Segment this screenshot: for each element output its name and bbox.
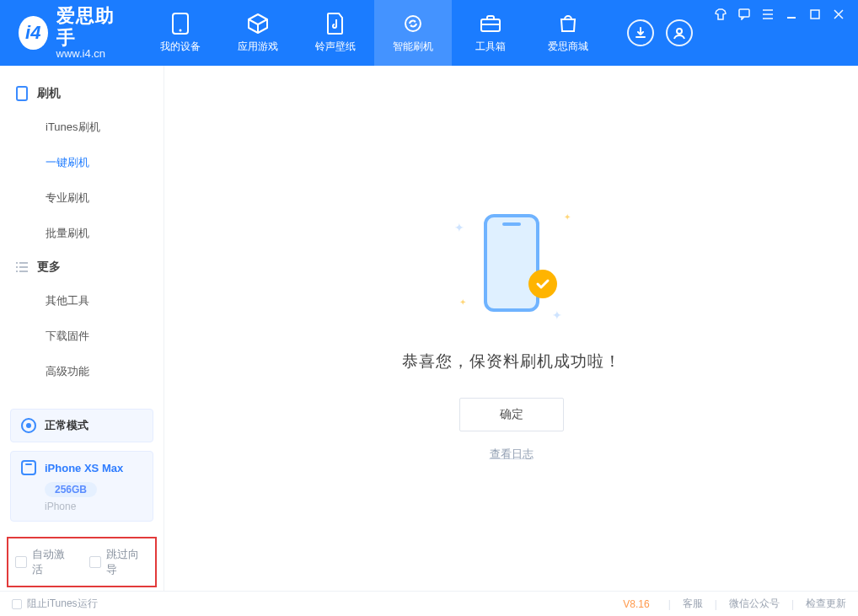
device-name: iPhone XS Max (45, 462, 123, 474)
success-illustration: ✦ ✦ ✦ ✦ (444, 196, 579, 330)
window-controls (713, 0, 858, 66)
sidebar-item-batch-flash[interactable]: 批量刷机 (0, 216, 164, 251)
list-icon (15, 260, 29, 274)
feedback-icon[interactable] (737, 7, 752, 22)
svg-rect-5 (739, 9, 749, 17)
device-panel[interactable]: iPhone XS Max 256GB iPhone (10, 451, 153, 522)
download-icon[interactable] (627, 19, 654, 46)
sidebar-item-label: iTunes刷机 (46, 121, 100, 133)
view-log-link[interactable]: 查看日志 (490, 447, 534, 462)
checkbox-label: 阻止iTunes运行 (27, 597, 98, 611)
mode-panel[interactable]: 正常模式 (10, 409, 153, 442)
link-label: 客服 (683, 597, 703, 609)
nav-label: 爱思商城 (548, 40, 588, 54)
titlebar-right-icons (607, 19, 713, 46)
checkbox-block-itunes[interactable]: 阻止iTunes运行 (12, 597, 98, 611)
checkbox-label: 自动激活 (32, 547, 74, 577)
device-small-icon (21, 460, 36, 475)
nav-label: 我的设备 (160, 40, 201, 54)
cube-icon (247, 13, 269, 35)
sidebar-item-label: 专业刷机 (46, 191, 89, 204)
ok-button-label: 确定 (500, 407, 523, 420)
svg-point-2 (405, 16, 421, 31)
sidebar: 刷机 iTunes刷机 一键刷机 专业刷机 批量刷机 更多 其他工具 下载固件 … (0, 66, 164, 591)
sidebar-item-download-fw[interactable]: 下载固件 (0, 319, 164, 354)
sidebar-item-advanced[interactable]: 高级功能 (0, 354, 164, 389)
user-icon[interactable] (666, 19, 693, 46)
svg-rect-7 (17, 87, 27, 100)
phone-outline-icon (484, 214, 539, 312)
device-storage-chip: 256GB (45, 482, 97, 497)
sidebar-item-label: 批量刷机 (46, 227, 89, 239)
nav-apps-games[interactable]: 应用游戏 (219, 0, 297, 66)
sidebar-item-oneclick-flash[interactable]: 一键刷机 (0, 145, 164, 180)
statusbar: 阻止iTunes运行 V8.16 | 客服 | 微信公众号 | 检查更新 (0, 591, 858, 616)
checkbox-icon (15, 556, 27, 568)
nav-smart-flash[interactable]: 智能刷机 (374, 0, 452, 66)
svg-rect-6 (811, 10, 819, 19)
toolbox-icon (480, 13, 501, 35)
device-icon (15, 87, 29, 100)
sidebar-group-more[interactable]: 更多 (0, 251, 164, 283)
separator: | (668, 598, 671, 610)
app-logo-icon: i4 (19, 16, 48, 50)
phone-icon (169, 13, 191, 35)
tshirt-icon[interactable] (713, 7, 728, 22)
checkbox-auto-activate[interactable]: 自动激活 (15, 547, 74, 577)
success-check-badge-icon (528, 270, 557, 298)
music-file-icon (324, 13, 346, 35)
sidebar-group-flash[interactable]: 刷机 (0, 78, 164, 110)
titlebar: i4 爱思助手 www.i4.cn 我的设备 应用游戏 铃声壁纸 (0, 0, 858, 66)
group-title-label: 更多 (37, 260, 61, 275)
refresh-shield-icon (402, 13, 424, 35)
sparkle-icon: ✦ (459, 297, 466, 307)
device-os-label: iPhone (45, 501, 142, 512)
nav-label: 智能刷机 (393, 40, 433, 54)
separator: | (791, 598, 794, 610)
sidebar-item-label: 其他工具 (46, 294, 89, 307)
main-nav: 我的设备 应用游戏 铃声壁纸 智能刷机 工具箱 (142, 0, 607, 66)
svg-point-4 (677, 29, 682, 34)
nav-store[interactable]: 爱思商城 (529, 0, 607, 66)
sidebar-item-itunes-flash[interactable]: iTunes刷机 (0, 110, 164, 145)
sidebar-item-label: 高级功能 (46, 365, 89, 378)
nav-label: 工具箱 (475, 40, 506, 54)
checkbox-icon (89, 556, 101, 568)
nav-my-device[interactable]: 我的设备 (142, 0, 219, 66)
checkbox-skip-guide[interactable]: 跳过向导 (89, 547, 148, 577)
sidebar-item-label: 一键刷机 (46, 156, 89, 169)
footer-link-support[interactable]: 客服 (683, 597, 703, 611)
separator: | (715, 598, 717, 610)
close-icon[interactable] (831, 7, 846, 22)
svg-point-1 (180, 29, 182, 31)
minimize-icon[interactable] (784, 7, 799, 22)
sparkle-icon: ✦ (454, 221, 464, 234)
main-content: ✦ ✦ ✦ ✦ 恭喜您，保资料刷机成功啦！ 确定 查看日志 (164, 66, 858, 591)
view-log-label: 查看日志 (490, 447, 534, 460)
highlighted-options-box: 自动激活 跳过向导 (7, 537, 157, 587)
footer-link-wechat[interactable]: 微信公众号 (729, 597, 780, 611)
footer-link-update[interactable]: 检查更新 (806, 597, 846, 611)
group-title-label: 刷机 (37, 86, 61, 101)
nav-toolbox[interactable]: 工具箱 (452, 0, 529, 66)
checkbox-icon (12, 599, 22, 609)
app-logo-block: i4 爱思助手 www.i4.cn (0, 0, 142, 66)
maximize-icon[interactable] (807, 7, 823, 22)
sidebar-item-label: 下载固件 (46, 329, 89, 342)
nav-label: 应用游戏 (238, 40, 278, 54)
link-label: 微信公众号 (729, 597, 780, 609)
sidebar-item-other-tools[interactable]: 其他工具 (0, 283, 164, 319)
sparkle-icon: ✦ (564, 212, 571, 222)
menu-icon[interactable] (760, 7, 775, 22)
mode-label: 正常模式 (45, 418, 88, 433)
sparkle-icon: ✦ (552, 308, 562, 322)
sidebar-item-pro-flash[interactable]: 专业刷机 (0, 180, 164, 216)
ok-button[interactable]: 确定 (459, 398, 564, 431)
mode-icon (21, 418, 36, 433)
nav-ringtones[interactable]: 铃声壁纸 (297, 0, 374, 66)
app-name: 爱思助手 (56, 5, 123, 48)
app-url: www.i4.cn (56, 48, 123, 61)
bag-icon (557, 13, 579, 35)
nav-label: 铃声壁纸 (315, 40, 356, 54)
success-title: 恭喜您，保资料刷机成功啦！ (402, 351, 621, 372)
